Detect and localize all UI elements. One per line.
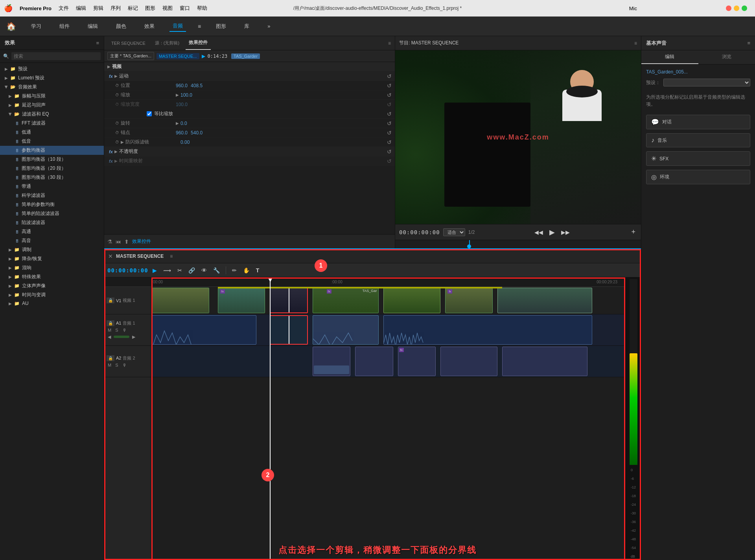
music-btn[interactable]: ♪ 音乐 <box>646 133 750 147</box>
menu-graphic[interactable]: 图形 <box>145 5 155 12</box>
track-s-a1[interactable]: S <box>114 327 119 333</box>
timeremap-reset[interactable]: ↺ <box>387 158 392 164</box>
toolbar-audio[interactable]: 音频 <box>169 21 186 32</box>
video-clip-6[interactable] <box>497 288 592 313</box>
sidebar-item-lowpass[interactable]: 🎚 低通 <box>0 128 104 137</box>
play-forward-btn[interactable]: ▶▶ <box>560 228 571 237</box>
uniform-scale-checkbox[interactable] <box>147 111 152 116</box>
toolbar-effects[interactable]: 效果 <box>141 21 158 31</box>
track-row-a2[interactable]: fx <box>151 346 625 377</box>
sidebar-item-time-pitch[interactable]: ▶ 📁 时间与变调 <box>0 290 104 299</box>
maximize-window-btn[interactable] <box>742 6 747 11</box>
antiflicker-toggle[interactable]: ▶ <box>121 140 124 144</box>
source-tab-effects[interactable]: 效果控件 <box>186 36 211 50</box>
minimize-window-btn[interactable] <box>734 6 739 11</box>
video-clip-3[interactable]: TAS_Gar <box>313 288 379 313</box>
close-window-btn[interactable] <box>726 6 731 11</box>
scale-width-value[interactable]: 100.0 <box>176 102 188 107</box>
rotation-reset[interactable]: ↺ <box>387 120 392 127</box>
dialog-btn[interactable]: 💬 对话 <box>646 115 750 129</box>
preset-dropdown[interactable] <box>663 79 750 86</box>
scale-width-reset[interactable]: ↺ <box>387 101 392 108</box>
scale-timer-icon[interactable]: ⏱ <box>115 93 119 97</box>
antiflicker-timer-icon[interactable]: ⏱ <box>115 140 119 144</box>
sidebar-item-special-fx[interactable]: ▶ 📁 特殊效果 <box>0 272 104 281</box>
rotation-toggle[interactable]: ▶ <box>176 121 179 125</box>
sidebar-item-reverb[interactable]: ▶ 📁 混响 <box>0 263 104 272</box>
sidebar-item-amp[interactable]: ▶ 📁 振幅与压限 <box>0 92 104 101</box>
menu-marker[interactable]: 标记 <box>128 5 138 12</box>
opacity-reset[interactable]: ↺ <box>387 149 392 155</box>
sidebar-item-filter-eq[interactable]: ▶ 📂 滤波器和 EQ <box>0 110 104 119</box>
toolbar-edit[interactable]: 编辑 <box>85 21 101 31</box>
sidebar-item-treble[interactable]: 🎚 高音 <box>0 236 104 245</box>
track-row-a1[interactable] <box>151 314 625 346</box>
fit-dropdown[interactable]: 适合 <box>443 228 465 236</box>
tl-link-tool[interactable]: 🔗 <box>186 266 197 275</box>
antiflicker-reset[interactable]: ↺ <box>387 139 392 145</box>
opacity-expand[interactable]: ▶ <box>114 149 118 154</box>
sidebar-item-sci-filter[interactable]: 🎚 科学滤波器 <box>0 191 104 200</box>
track-m-a1[interactable]: M <box>107 327 112 333</box>
tl-pen-tool[interactable]: ✏ <box>230 266 239 275</box>
sfx-btn[interactable]: ✳ SFX <box>646 151 750 166</box>
tl-razor-tool[interactable]: ✂ <box>175 266 184 275</box>
uniform-scale-reset[interactable]: ↺ <box>387 111 392 117</box>
anchor-timer-icon[interactable]: ⏱ <box>115 130 119 135</box>
sidebar-item-simple-param[interactable]: 🎚 简单的参数均衡 <box>0 200 104 209</box>
track-s-a2[interactable]: S <box>114 362 119 368</box>
effects-menu-icon[interactable]: ≡ <box>96 40 99 46</box>
sidebar-item-bass[interactable]: 🎚 低音 <box>0 137 104 146</box>
position-timer-icon[interactable]: ⏱ <box>115 83 119 88</box>
position-reset[interactable]: ↺ <box>387 83 392 89</box>
sidebar-item-audio-effects[interactable]: ▶ 📂 音频效果 <box>0 83 104 92</box>
sidebar-item-fft[interactable]: 🎚 FFT 滤波器 <box>0 119 104 128</box>
toolbar-graphics[interactable]: 图形 <box>213 21 229 31</box>
track-m-a2[interactable]: M <box>107 362 112 368</box>
source-mark-in[interactable]: ⏮ <box>116 239 121 245</box>
timeremap-expand[interactable]: ▶ <box>114 159 118 163</box>
home-icon[interactable]: 🏠 <box>6 22 16 31</box>
play-back-btn[interactable]: ◀◀ <box>533 228 545 237</box>
tl-eye-tool[interactable]: 👁 <box>199 266 209 275</box>
anchor-x-value[interactable]: 960.0 <box>176 130 188 136</box>
track-vol-up-a1[interactable]: ▶ <box>131 334 136 340</box>
menu-help[interactable]: 帮助 <box>197 5 207 12</box>
audio-clip-1[interactable] <box>152 315 256 345</box>
sidebar-item-bandpass[interactable]: 🎚 带通 <box>0 182 104 191</box>
apple-menu[interactable]: 🍎 <box>4 4 13 13</box>
source-tab-source[interactable]: 源：(无剪辑) <box>152 36 182 50</box>
anchor-reset[interactable]: ↺ <box>387 130 392 136</box>
tl-ripple-tool[interactable]: ⟿ <box>161 266 173 275</box>
timeline-menu-icon[interactable]: ≡ <box>170 253 173 259</box>
tl-wrench-tool[interactable]: 🔧 <box>211 266 222 275</box>
toolbar-assembly[interactable]: 组件 <box>56 21 73 31</box>
rotation-value[interactable]: 0.0 <box>180 121 187 126</box>
sidebar-item-param-eq[interactable]: 🎚 参数均衡器 <box>0 146 104 155</box>
video-clip-selected[interactable] <box>270 288 308 313</box>
track-mic-a1[interactable]: 🎙 <box>121 327 128 333</box>
anchor-y-value[interactable]: 540.0 <box>191 130 203 136</box>
source-export-icon[interactable]: ⬆ <box>124 239 129 245</box>
video-clip-4[interactable] <box>383 288 440 313</box>
sidebar-item-stereo[interactable]: ▶ 📁 立体声声像 <box>0 281 104 290</box>
program-menu-icon[interactable]: ≡ <box>634 40 637 46</box>
sidebar-item-graphic20[interactable]: 🎚 图形均衡器（20 段） <box>0 164 104 173</box>
sidebar-item-graphic30[interactable]: 🎚 图形均衡器（30 段） <box>0 173 104 182</box>
sidebar-item-notch[interactable]: 🎚 陷波滤波器 <box>0 218 104 227</box>
add-mark-btn[interactable]: + <box>630 226 637 238</box>
source-filter-icon[interactable]: ⚗ <box>107 239 112 245</box>
motion-reset[interactable]: ↺ <box>387 73 392 79</box>
position-y-value[interactable]: 408.5 <box>191 83 203 88</box>
play-btn[interactable]: ▶ <box>548 226 556 238</box>
scale-toggle[interactable]: ▶ <box>176 93 179 97</box>
sidebar-item-denoise[interactable]: ▶ 📁 降杂/恢复 <box>0 254 104 263</box>
antiflicker-value[interactable]: 0.00 <box>180 140 190 145</box>
toolbar-menu-icon[interactable]: ≡ <box>198 23 201 29</box>
sidebar-item-highpass[interactable]: 🎚 高通 <box>0 227 104 236</box>
audio-clip-3[interactable] <box>383 315 592 345</box>
scale-reset[interactable]: ↺ <box>387 92 392 98</box>
sidebar-item-simple-notch[interactable]: 🎚 简单的陷波滤波器 <box>0 209 104 218</box>
track-lock-v1[interactable]: 🔒 <box>107 297 114 303</box>
timeline-close-btn[interactable]: ✕ <box>108 253 113 259</box>
